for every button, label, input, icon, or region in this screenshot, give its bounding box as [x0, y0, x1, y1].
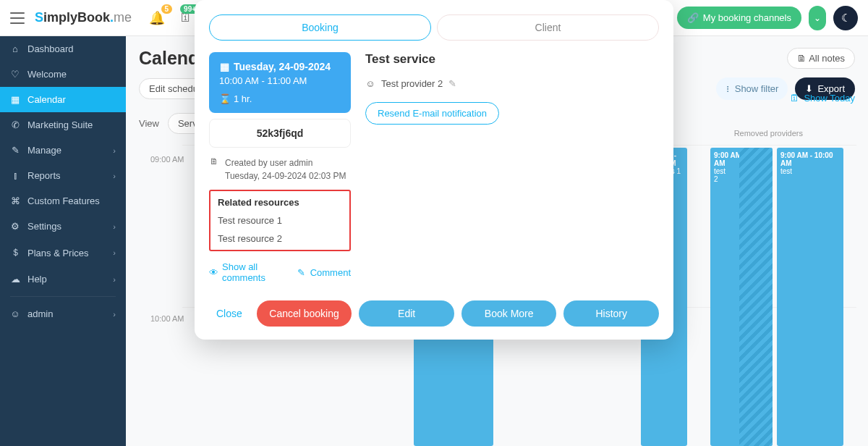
- eye-icon: 👁: [209, 267, 218, 278]
- show-comments-label: Show all comments: [222, 261, 285, 283]
- modal-backdrop: Booking Client ▦Tuesday, 24-09-2024 10:0…: [0, 0, 868, 446]
- booking-modal: Booking Client ▦Tuesday, 24-09-2024 10:0…: [195, 0, 673, 340]
- close-button[interactable]: Close: [209, 308, 250, 319]
- edit-button[interactable]: Edit: [359, 300, 454, 327]
- created-by: Created by user admin: [225, 156, 346, 169]
- edit-provider-icon[interactable]: ✎: [448, 78, 456, 89]
- cancel-booking-button[interactable]: Cancel booking: [257, 300, 352, 327]
- date-card: ▦Tuesday, 24-09-2024 10:00 AM - 11:00 AM…: [209, 52, 351, 113]
- provider-name: Test provider 2: [381, 78, 443, 89]
- pencil-icon: ✎: [297, 267, 307, 278]
- book-more-button[interactable]: Book More: [461, 300, 557, 327]
- created-info: 🗎 Created by user admin Tuesday, 24-09-2…: [209, 156, 351, 182]
- booking-time: 10:00 AM - 11:00 AM: [219, 75, 341, 86]
- tab-client[interactable]: Client: [437, 14, 659, 41]
- comment-link[interactable]: ✎Comment: [297, 261, 351, 283]
- comment-label: Comment: [310, 267, 351, 278]
- show-comments-link[interactable]: 👁Show all comments: [209, 261, 285, 283]
- created-at: Tuesday, 24-09-2024 02:03 PM: [225, 169, 346, 182]
- hourglass-icon: ⌛: [219, 93, 229, 104]
- related-resource-item: Test resource 2: [218, 233, 342, 244]
- booking-date: Tuesday, 24-09-2024: [234, 61, 331, 72]
- related-resource-item: Test resource 1: [218, 215, 342, 226]
- service-name: Test service: [365, 52, 659, 67]
- related-title: Related resources: [218, 197, 342, 208]
- booking-duration: 1 hr.: [234, 93, 252, 104]
- tab-booking[interactable]: Booking: [209, 14, 431, 41]
- resend-email-button[interactable]: Resend E-mail notification: [365, 102, 499, 125]
- person-icon: ☺: [365, 78, 375, 89]
- calendar-icon: ▦: [219, 61, 229, 72]
- history-button[interactable]: History: [563, 300, 659, 327]
- related-resources-box: Related resources Test resource 1 Test r…: [209, 190, 351, 251]
- file-icon: 🗎: [209, 156, 219, 182]
- booking-code: 52k3fj6qd: [209, 119, 351, 148]
